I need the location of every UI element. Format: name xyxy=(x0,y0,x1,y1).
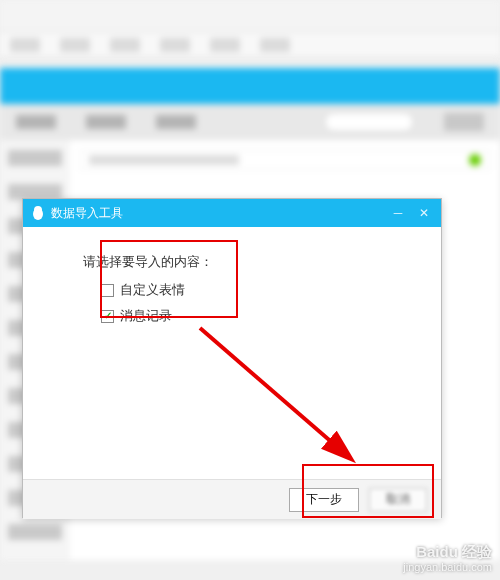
option-custom-emoji[interactable]: 自定义表情 xyxy=(83,281,421,299)
close-icon[interactable]: ✕ xyxy=(415,206,433,220)
option-label: 自定义表情 xyxy=(120,281,185,299)
option-message-history[interactable]: 消息记录 xyxy=(83,307,421,325)
import-dialog: 数据导入工具 ─ ✕ 请选择要导入的内容： 自定义表情 消息记录 下一步 取消 xyxy=(22,198,442,518)
qq-penguin-icon xyxy=(31,205,45,221)
minimize-icon[interactable]: ─ xyxy=(389,206,407,220)
watermark: Baidu 经验 jingyan.baidu.com xyxy=(403,543,492,574)
watermark-brand: Baidu 经验 xyxy=(403,543,492,561)
dialog-titlebar: 数据导入工具 ─ ✕ xyxy=(23,199,441,227)
checkbox-message-history[interactable] xyxy=(101,310,114,323)
dialog-footer: 下一步 取消 xyxy=(23,479,441,519)
cancel-button[interactable]: 取消 xyxy=(369,488,427,512)
watermark-url: jingyan.baidu.com xyxy=(403,561,492,574)
prompt-label: 请选择要导入的内容： xyxy=(83,253,421,271)
checkbox-custom-emoji[interactable] xyxy=(101,284,114,297)
dialog-title-text: 数据导入工具 xyxy=(51,205,123,222)
svg-point-1 xyxy=(34,206,42,214)
dialog-body: 请选择要导入的内容： 自定义表情 消息记录 xyxy=(23,227,441,479)
option-label: 消息记录 xyxy=(120,307,172,325)
next-button[interactable]: 下一步 xyxy=(289,488,359,512)
